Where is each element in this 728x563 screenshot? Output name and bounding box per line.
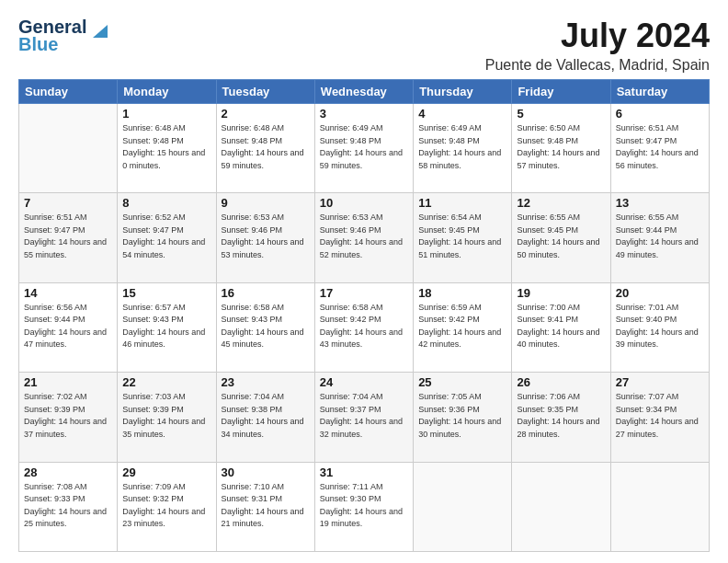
day-number: 2 (222, 107, 310, 121)
day-number: 28 (24, 465, 112, 479)
day-number: 3 (320, 107, 408, 121)
day-number: 31 (320, 465, 408, 479)
day-number: 26 (517, 375, 605, 389)
day-info: Sunrise: 7:02 AMSunset: 9:39 PMDaylight:… (24, 391, 112, 441)
week-row-0: 1Sunrise: 6:48 AMSunset: 9:48 PMDaylight… (19, 104, 710, 193)
week-row-3: 21Sunrise: 7:02 AMSunset: 9:39 PMDayligh… (19, 373, 710, 462)
day-info: Sunrise: 6:53 AMSunset: 9:46 PMDaylight:… (320, 212, 408, 261)
day-number: 30 (222, 465, 310, 479)
calendar-cell: 22Sunrise: 7:03 AMSunset: 9:39 PMDayligh… (118, 373, 216, 462)
day-info: Sunrise: 6:50 AMSunset: 9:48 PMDaylight:… (517, 122, 605, 172)
calendar-cell: 14Sunrise: 6:56 AMSunset: 9:44 PMDayligh… (19, 282, 118, 372)
day-info: Sunrise: 6:51 AMSunset: 9:47 PMDaylight:… (616, 122, 704, 172)
day-number: 18 (418, 286, 506, 300)
calendar-cell: 10Sunrise: 6:53 AMSunset: 9:46 PMDayligh… (314, 193, 413, 282)
calendar-cell: 15Sunrise: 6:57 AMSunset: 9:43 PMDayligh… (118, 282, 216, 372)
calendar-cell: 5Sunrise: 6:50 AMSunset: 9:48 PMDaylight… (512, 104, 610, 193)
calendar-cell: 30Sunrise: 7:10 AMSunset: 9:31 PMDayligh… (216, 462, 314, 551)
day-info: Sunrise: 6:58 AMSunset: 9:42 PMDaylight:… (320, 302, 408, 351)
day-number: 23 (222, 375, 310, 389)
day-number: 9 (222, 196, 310, 210)
calendar-cell: 16Sunrise: 6:58 AMSunset: 9:43 PMDayligh… (216, 282, 314, 372)
week-row-4: 28Sunrise: 7:08 AMSunset: 9:33 PMDayligh… (19, 462, 710, 551)
calendar-cell: 25Sunrise: 7:05 AMSunset: 9:36 PMDayligh… (414, 373, 512, 462)
calendar-table: Sunday Monday Tuesday Wednesday Thursday… (18, 79, 710, 552)
day-number: 1 (122, 107, 210, 121)
day-info: Sunrise: 7:08 AMSunset: 9:33 PMDaylight:… (24, 481, 112, 531)
header-sunday: Sunday (19, 80, 118, 104)
calendar-cell: 19Sunrise: 7:00 AMSunset: 9:41 PMDayligh… (512, 282, 610, 372)
calendar-cell: 9Sunrise: 6:53 AMSunset: 9:46 PMDaylight… (216, 193, 314, 282)
logo-triangle-icon (93, 21, 108, 38)
day-number: 21 (24, 375, 112, 389)
day-info: Sunrise: 6:55 AMSunset: 9:45 PMDaylight:… (517, 212, 605, 261)
day-number: 13 (616, 196, 704, 210)
logo: General Blue (18, 17, 108, 55)
day-info: Sunrise: 6:59 AMSunset: 9:42 PMDaylight:… (418, 302, 506, 351)
day-number: 27 (616, 375, 704, 389)
page: General Blue July 2024 Puente de Valleca… (0, 0, 728, 563)
calendar-cell: 7Sunrise: 6:51 AMSunset: 9:47 PMDaylight… (19, 193, 118, 282)
day-info: Sunrise: 7:07 AMSunset: 9:34 PMDaylight:… (616, 391, 704, 441)
day-number: 6 (616, 107, 704, 121)
day-info: Sunrise: 7:11 AMSunset: 9:30 PMDaylight:… (320, 481, 408, 531)
day-number: 22 (122, 375, 210, 389)
calendar-cell: 21Sunrise: 7:02 AMSunset: 9:39 PMDayligh… (19, 373, 118, 462)
title-area: July 2024 Puente de Vallecas, Madrid, Sp… (485, 17, 710, 74)
main-title: July 2024 (485, 17, 710, 55)
calendar-cell (512, 462, 610, 551)
day-info: Sunrise: 6:54 AMSunset: 9:45 PMDaylight:… (418, 212, 506, 261)
day-number: 7 (24, 196, 112, 210)
header-saturday: Saturday (610, 80, 709, 104)
calendar-cell: 8Sunrise: 6:52 AMSunset: 9:47 PMDaylight… (118, 193, 216, 282)
calendar-cell: 3Sunrise: 6:49 AMSunset: 9:48 PMDaylight… (314, 104, 413, 193)
day-info: Sunrise: 7:04 AMSunset: 9:37 PMDaylight:… (320, 391, 408, 441)
day-info: Sunrise: 6:51 AMSunset: 9:47 PMDaylight:… (24, 212, 112, 261)
calendar-cell: 4Sunrise: 6:49 AMSunset: 9:48 PMDaylight… (414, 104, 512, 193)
calendar-cell: 18Sunrise: 6:59 AMSunset: 9:42 PMDayligh… (414, 282, 512, 372)
day-info: Sunrise: 6:56 AMSunset: 9:44 PMDaylight:… (24, 302, 112, 351)
day-number: 5 (517, 107, 605, 121)
day-info: Sunrise: 6:49 AMSunset: 9:48 PMDaylight:… (418, 122, 506, 172)
header-friday: Friday (512, 80, 610, 104)
day-info: Sunrise: 6:53 AMSunset: 9:46 PMDaylight:… (222, 212, 310, 261)
day-info: Sunrise: 6:58 AMSunset: 9:43 PMDaylight:… (222, 302, 310, 351)
svg-marker-0 (93, 25, 108, 38)
header-monday: Monday (118, 80, 216, 104)
day-info: Sunrise: 6:48 AMSunset: 9:48 PMDaylight:… (222, 122, 310, 172)
day-number: 14 (24, 286, 112, 300)
calendar-cell: 6Sunrise: 6:51 AMSunset: 9:47 PMDaylight… (610, 104, 709, 193)
calendar-cell (414, 462, 512, 551)
calendar-cell (610, 462, 709, 551)
calendar-cell: 17Sunrise: 6:58 AMSunset: 9:42 PMDayligh… (314, 282, 413, 372)
calendar-cell: 28Sunrise: 7:08 AMSunset: 9:33 PMDayligh… (19, 462, 118, 551)
day-number: 4 (418, 107, 506, 121)
day-info: Sunrise: 6:49 AMSunset: 9:48 PMDaylight:… (320, 122, 408, 172)
calendar-cell: 26Sunrise: 7:06 AMSunset: 9:35 PMDayligh… (512, 373, 610, 462)
header-thursday: Thursday (414, 80, 512, 104)
day-info: Sunrise: 7:00 AMSunset: 9:41 PMDaylight:… (517, 302, 605, 351)
day-number: 11 (418, 196, 506, 210)
day-info: Sunrise: 7:03 AMSunset: 9:39 PMDaylight:… (122, 391, 210, 441)
day-number: 24 (320, 375, 408, 389)
subtitle: Puente de Vallecas, Madrid, Spain (485, 57, 710, 74)
day-info: Sunrise: 7:09 AMSunset: 9:32 PMDaylight:… (122, 481, 210, 531)
day-info: Sunrise: 7:10 AMSunset: 9:31 PMDaylight:… (222, 481, 310, 531)
calendar-cell: 12Sunrise: 6:55 AMSunset: 9:45 PMDayligh… (512, 193, 610, 282)
day-number: 17 (320, 286, 408, 300)
day-info: Sunrise: 7:06 AMSunset: 9:35 PMDaylight:… (517, 391, 605, 441)
header-tuesday: Tuesday (216, 80, 314, 104)
calendar-cell: 27Sunrise: 7:07 AMSunset: 9:34 PMDayligh… (610, 373, 709, 462)
day-number: 15 (122, 286, 210, 300)
day-number: 10 (320, 196, 408, 210)
day-number: 29 (122, 465, 210, 479)
day-number: 8 (122, 196, 210, 210)
calendar-cell (19, 104, 118, 193)
calendar-header-row: Sunday Monday Tuesday Wednesday Thursday… (19, 80, 710, 104)
logo-general: General (18, 17, 86, 37)
day-info: Sunrise: 7:04 AMSunset: 9:38 PMDaylight:… (222, 391, 310, 441)
day-info: Sunrise: 6:52 AMSunset: 9:47 PMDaylight:… (122, 212, 210, 261)
day-number: 16 (222, 286, 310, 300)
day-info: Sunrise: 6:48 AMSunset: 9:48 PMDaylight:… (122, 122, 210, 172)
day-number: 25 (418, 375, 506, 389)
